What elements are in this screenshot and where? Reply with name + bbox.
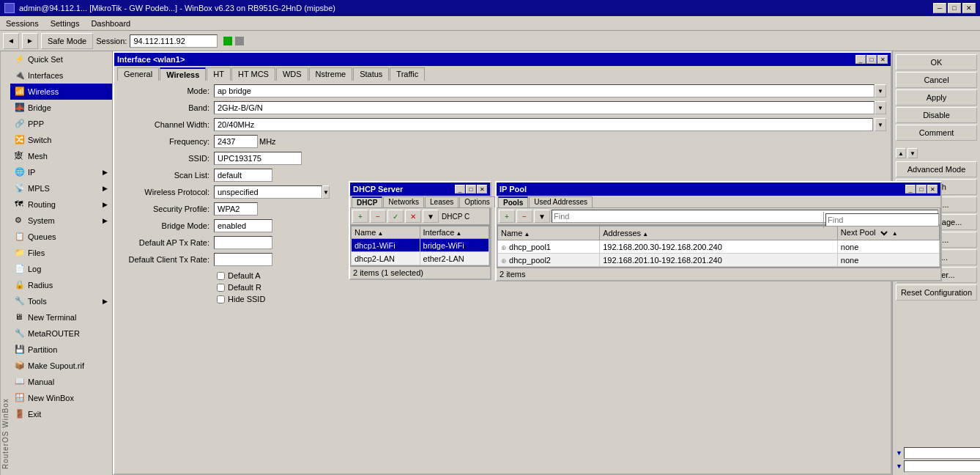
forward-button[interactable]: ►: [22, 33, 38, 49]
tab-traffic[interactable]: Traffic: [390, 67, 425, 81]
sidebar-item-exit[interactable]: 🚪 Exit: [10, 406, 112, 422]
frequency-input[interactable]: [214, 135, 258, 148]
dhcp-restore-btn[interactable]: □: [466, 185, 476, 194]
dhcp-col-name[interactable]: Name: [352, 227, 420, 239]
ok-button[interactable]: OK: [896, 54, 977, 70]
dhcp-minimize-btn[interactable]: _: [455, 185, 465, 194]
wireless-protocol-dropdown-btn[interactable]: ▼: [322, 185, 330, 199]
sidebar-item-partition[interactable]: 💾 Partition: [10, 342, 112, 358]
sidebar-item-bridge[interactable]: 🌉 Bridge: [10, 100, 112, 116]
sidebar-item-log[interactable]: 📄 Log: [10, 261, 112, 277]
tab-wireless[interactable]: Wireless: [160, 67, 206, 81]
ippool-tab-pools[interactable]: Pools: [498, 196, 528, 207]
sidebar-item-quick-set[interactable]: ⚡ Quick Set: [10, 51, 112, 67]
band-input[interactable]: [214, 101, 875, 114]
ippool-col-addresses[interactable]: Addresses: [600, 227, 838, 240]
dhcp-col-interface[interactable]: Interface: [420, 227, 489, 239]
wireless-protocol-input[interactable]: [214, 185, 322, 199]
ippool-col-name[interactable]: Name: [498, 227, 600, 240]
sidebar-item-manual[interactable]: 📖 Manual: [10, 374, 112, 390]
ippool-restore-btn[interactable]: □: [916, 185, 927, 194]
cancel-button[interactable]: Cancel: [896, 72, 977, 88]
sidebar-item-metarouter[interactable]: 🔧 MetaROUTER: [10, 325, 112, 342]
menu-sessions[interactable]: Sessions: [0, 18, 45, 29]
table-row[interactable]: dhcp1-WiFi bridge-WiFi: [352, 239, 489, 252]
default-ap-tx-rate-input[interactable]: [214, 236, 272, 249]
sidebar-item-new-terminal[interactable]: 🖥 New Terminal: [10, 309, 112, 325]
interface-restore-btn[interactable]: □: [866, 55, 877, 64]
sidebar-item-files[interactable]: 📁 Files: [10, 245, 112, 261]
dhcp-check-btn[interactable]: ✓: [387, 210, 404, 223]
dhcp-x-btn[interactable]: ✕: [405, 210, 421, 223]
channel-width-dropdown-btn[interactable]: ▼: [875, 118, 886, 131]
sidebar-item-new-winbox[interactable]: 🪟 New WinBox: [10, 390, 112, 406]
scan-list-input[interactable]: [214, 169, 272, 182]
table-row[interactable]: ⊕ dhcp_pool2 192.168.201.10-192.168.201.…: [498, 254, 940, 267]
ippool-add-btn[interactable]: +: [499, 210, 515, 223]
dhcp-tab-dhcp[interactable]: DHCP: [352, 196, 382, 207]
mode-input[interactable]: [214, 84, 875, 97]
sidebar-item-tools[interactable]: 🔧 Tools ▶: [10, 293, 112, 309]
tab-wds[interactable]: WDS: [276, 67, 308, 81]
next-pool-select[interactable]: [878, 228, 890, 238]
sidebar-item-wireless[interactable]: 📶 Wireless: [10, 84, 112, 100]
ippool-minimize-btn[interactable]: _: [905, 185, 916, 194]
sidebar-item-system[interactable]: ⚙ System ▶: [10, 213, 112, 229]
sidebar-item-interfaces[interactable]: 🔌 Interfaces: [10, 67, 112, 84]
ippool-filter-btn[interactable]: ▼: [534, 210, 550, 223]
tab-status[interactable]: Status: [353, 67, 389, 81]
dhcp-filter-btn[interactable]: ▼: [423, 210, 439, 223]
ippool-remove-btn[interactable]: −: [516, 210, 532, 223]
sidebar-item-make-supout[interactable]: 📦 Make Supout.rif: [10, 358, 112, 374]
ippool-col-next-pool[interactable]: Next Pool: [837, 227, 939, 240]
comment-button[interactable]: Comment: [896, 125, 977, 141]
default-r-checkbox[interactable]: [217, 284, 225, 292]
scroll-down-btn[interactable]: ▼: [907, 148, 918, 158]
mode-dropdown-btn[interactable]: ▼: [875, 84, 886, 97]
table-row[interactable]: dhcp2-LAN ether2-LAN: [352, 252, 489, 265]
band-dropdown-btn[interactable]: ▼: [875, 101, 886, 114]
dhcp-tab-leases[interactable]: Leases: [425, 196, 459, 207]
sidebar-item-queues[interactable]: 📋 Queues: [10, 229, 112, 245]
ippool-right-search-input[interactable]: [825, 213, 939, 227]
sidebar-item-mpls[interactable]: 📡 MPLS ▶: [10, 180, 112, 196]
maximize-button[interactable]: □: [948, 3, 961, 13]
menu-dashboard[interactable]: Dashboard: [85, 18, 136, 29]
dhcp-close-btn[interactable]: ✕: [477, 185, 487, 194]
interface-minimize-btn[interactable]: _: [855, 55, 866, 64]
back-button[interactable]: ◄: [3, 33, 19, 49]
dhcp-remove-btn[interactable]: −: [370, 210, 386, 223]
menu-settings[interactable]: Settings: [45, 18, 86, 29]
hide-ssid-checkbox[interactable]: [217, 295, 225, 303]
tab-ht[interactable]: HT: [207, 67, 231, 81]
default-client-tx-rate-input[interactable]: [214, 253, 272, 266]
security-profile-input[interactable]: [214, 202, 258, 216]
ippool-close-btn[interactable]: ✕: [927, 185, 938, 194]
sidebar-item-radius[interactable]: 🔒 Radius: [10, 277, 112, 293]
sidebar-item-ppp[interactable]: 🔗 PPP: [10, 116, 112, 132]
tab-ht-mcs[interactable]: HT MCS: [231, 67, 275, 81]
table-row[interactable]: ⊕ dhcp_pool1 192.168.200.30-192.168.200.…: [498, 240, 940, 254]
session-input[interactable]: [130, 34, 218, 48]
sidebar-item-ip[interactable]: 🌐 IP ▶: [10, 164, 112, 180]
sidebar-item-switch[interactable]: 🔀 Switch: [10, 132, 112, 148]
scroll-up-btn[interactable]: ▲: [896, 148, 906, 158]
close-button[interactable]: ✕: [962, 3, 976, 13]
ippool-tab-used-addresses[interactable]: Used Addresses: [529, 196, 593, 207]
bps-input-1[interactable]: [904, 447, 980, 459]
channel-width-input[interactable]: [214, 118, 873, 131]
sidebar-item-routing[interactable]: 🗺 Routing ▶: [10, 196, 112, 213]
tab-nstreme[interactable]: Nstreme: [309, 67, 353, 81]
minimize-button[interactable]: ─: [933, 3, 946, 13]
ssid-input[interactable]: [214, 152, 302, 165]
apply-button[interactable]: Apply: [896, 89, 977, 106]
safe-mode-button[interactable]: Safe Mode: [41, 33, 93, 49]
dhcp-tab-networks[interactable]: Networks: [383, 196, 424, 207]
sidebar-item-mesh[interactable]: 🕸 Mesh: [10, 148, 112, 164]
disable-button[interactable]: Disable: [896, 107, 977, 123]
interface-close-btn[interactable]: ✕: [877, 55, 888, 64]
advanced-mode-button[interactable]: Advanced Mode: [896, 161, 977, 177]
dhcp-tab-options[interactable]: Options: [459, 196, 494, 207]
dhcp-add-btn[interactable]: +: [352, 210, 368, 223]
tab-general[interactable]: General: [117, 67, 159, 81]
